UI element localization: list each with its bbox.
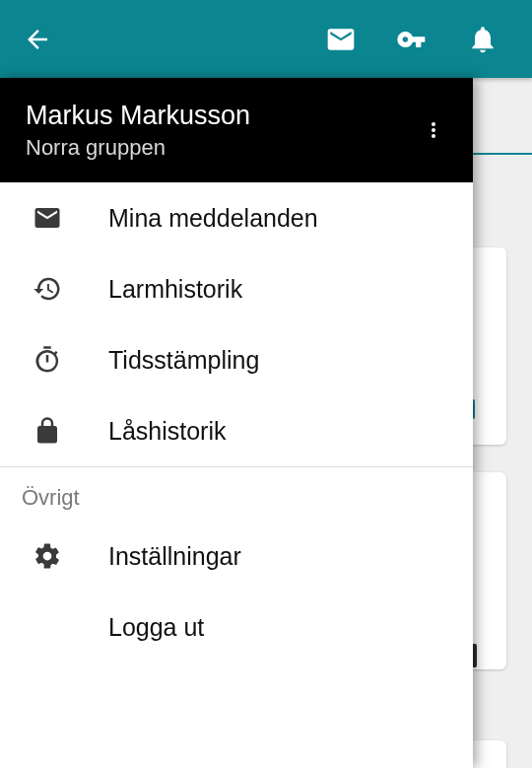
lock-icon [22, 416, 73, 446]
user-name: Markus Markusson [26, 100, 250, 131]
drawer-header-text: Markus Markusson Norra gruppen [26, 100, 250, 161]
mail-icon [325, 24, 357, 55]
appbar-action-bell[interactable] [447, 16, 518, 63]
menu-item-alarm-history[interactable]: Larmhistorik [0, 253, 473, 324]
drawer-more-button[interactable] [414, 103, 453, 158]
menu-item-label: Mina meddelanden [108, 204, 318, 233]
empty-icon [22, 612, 73, 642]
key-icon [396, 24, 428, 55]
menu-item-timestamping[interactable]: Tidsstämpling [0, 324, 473, 395]
menu-item-lock-history[interactable]: Låshistorik [0, 395, 473, 466]
back-button[interactable] [14, 16, 61, 63]
screen: Markus Markusson Norra gruppen Mina medd… [0, 0, 532, 768]
more-vert-icon [422, 118, 445, 142]
menu-item-label: Larmhistorik [108, 275, 242, 304]
menu-item-label: Tidsstämpling [108, 346, 259, 375]
menu-item-logout[interactable]: Logga ut [0, 592, 473, 663]
mail-icon [22, 203, 73, 233]
appbar-action-mail[interactable] [305, 16, 376, 63]
section-title: Övrigt [0, 467, 473, 521]
arrow-back-icon [23, 25, 52, 54]
menu-item-label: Låshistorik [108, 417, 227, 446]
bell-icon [467, 24, 499, 55]
menu-item-settings[interactable]: Inställningar [0, 521, 473, 592]
history-icon [22, 274, 73, 304]
menu-section-other: Övrigt Inställningar Logga ut [0, 466, 473, 663]
drawer-header: Markus Markusson Norra gruppen [0, 78, 473, 182]
app-bar [0, 0, 532, 78]
timer-icon [22, 345, 73, 375]
gear-icon [22, 541, 73, 571]
menu-item-label: Inställningar [108, 542, 241, 571]
menu-item-label: Logga ut [108, 613, 204, 642]
appbar-action-key[interactable] [376, 16, 447, 63]
navigation-drawer: Markus Markusson Norra gruppen Mina medd… [0, 78, 473, 768]
menu-item-messages[interactable]: Mina meddelanden [0, 182, 473, 253]
user-group: Norra gruppen [26, 135, 250, 161]
